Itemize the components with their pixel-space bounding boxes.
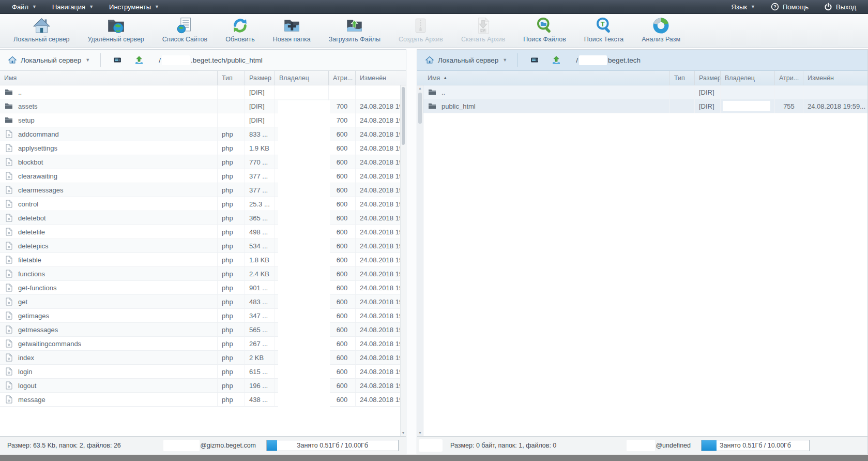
right-scrollbar[interactable]: ▲ ▼ — [417, 85, 423, 436]
table-row[interactable]: .. [DIR] — [423, 85, 867, 99]
right-current-path[interactable]: / beget.tech — [576, 55, 641, 65]
file-type — [669, 99, 694, 113]
table-row[interactable]: addcommand php 833 ... 600 24.08.2018 19… — [0, 127, 406, 141]
table-row[interactable]: clearmessages php 377 ... 600 24.08.2018… — [0, 183, 406, 197]
toolbar-button[interactable]: Новая папка — [271, 16, 313, 43]
table-row[interactable]: deletefile php 498 ... 600 24.08.2018 19… — [0, 225, 406, 239]
table-row[interactable]: getwaitingcommands php 267 ... 600 24.08… — [0, 337, 406, 351]
table-row[interactable]: getimages php 347 ... 600 24.08.2018 19:… — [0, 309, 406, 323]
table-row[interactable]: getmessages php 565 ... 600 24.08.2018 1… — [0, 323, 406, 337]
right-server-selector[interactable]: Локальный сервер ▼ — [422, 54, 510, 66]
menu-help[interactable]: Помощь — [763, 3, 816, 11]
toolbar-button[interactable]: Поиск Текста — [582, 16, 626, 43]
file-attrs: 600 — [328, 393, 355, 406]
toolbar-button[interactable]: Удалённый сервер — [86, 16, 146, 43]
table-row[interactable]: setup [DIR] 700 24.08.2018 19:59... — [0, 113, 406, 127]
scrollbar-thumb[interactable] — [418, 93, 422, 124]
column-header-modified[interactable]: Изменён — [355, 71, 406, 85]
path-prefix: / — [159, 56, 161, 64]
file-type: php — [217, 183, 245, 197]
file-size: 615 ... — [245, 365, 275, 378]
home-icon — [425, 56, 434, 64]
file-modified: 24.08.2018 19:59... — [355, 141, 406, 155]
table-row[interactable]: index php 2 KB 600 24.08.2018 19:59... — [0, 351, 406, 365]
table-row[interactable]: clearawaiting php 377 ... 600 24.08.2018… — [0, 169, 406, 183]
scroll-down-icon[interactable]: ▼ — [417, 430, 423, 436]
drive-button[interactable] — [529, 55, 540, 65]
drive-button[interactable] — [112, 55, 123, 65]
toolbar-button-label: Скачать Архив — [461, 36, 505, 43]
file-modified: 24.08.2018 19:59... — [355, 267, 406, 280]
table-row[interactable]: deletepics php 534 ... 600 24.08.2018 19… — [0, 239, 406, 253]
file-size: 770 ... — [245, 155, 275, 169]
column-header-size[interactable]: Размер — [245, 71, 275, 85]
toolbar-button[interactable]: Обновить — [223, 16, 257, 43]
left-server-selector[interactable]: Локальный сервер ▼ — [5, 54, 93, 66]
file-name: getwaitingcommands — [18, 340, 81, 348]
column-header-attrs[interactable]: Атри... — [328, 71, 355, 85]
table-row[interactable]: message php 438 ... 600 24.08.2018 19:59… — [0, 393, 406, 407]
column-header-attrs[interactable]: Атри... — [774, 71, 803, 85]
toolbar-button[interactable]: Загрузить Файлы — [327, 16, 383, 43]
file-modified: 24.08.2018 19:59... — [355, 169, 406, 183]
scroll-down-icon[interactable]: ▼ — [401, 430, 406, 436]
menu-language[interactable]: Язык ▼ — [724, 3, 763, 11]
redaction-box — [627, 440, 655, 451]
toolbar-button[interactable]: Создать Архив — [397, 16, 445, 43]
toolbar-button[interactable]: Локальный сервер — [11, 16, 72, 43]
table-row[interactable]: login php 615 ... 600 24.08.2018 19:59..… — [0, 365, 406, 379]
column-header-size[interactable]: Размер — [694, 71, 720, 85]
table-row[interactable]: assets [DIR] 700 24.08.2018 19:59... — [0, 99, 406, 113]
scroll-up-icon[interactable]: ▲ — [417, 85, 423, 92]
toolbar-button[interactable]: Поиск Файлов — [521, 16, 568, 43]
file-attrs: 600 — [328, 351, 355, 364]
file-type: php — [217, 197, 245, 211]
left-current-path[interactable]: / .beget.tech/public_html — [159, 55, 263, 65]
toolbar-button-label: Поиск Текста — [584, 36, 623, 43]
file-type: php — [217, 309, 245, 322]
toolbar-icon — [107, 17, 125, 35]
table-row[interactable]: filetable php 1.8 KB 600 24.08.2018 19:5… — [0, 253, 406, 267]
menu-tools[interactable]: Инструменты ▼ — [101, 0, 167, 13]
menu-exit[interactable]: Выход — [816, 3, 864, 11]
file-icon — [5, 172, 13, 180]
table-row[interactable]: blockbot php 770 ... 600 24.08.2018 19:5… — [0, 155, 406, 169]
menu-exit-label: Выход — [836, 3, 856, 11]
toolbar-button[interactable]: Список Сайтов — [160, 16, 209, 43]
table-row[interactable]: control php 25.3 ... 600 24.08.2018 19:5… — [0, 197, 406, 211]
column-header-owner[interactable]: Владелец — [275, 71, 328, 85]
column-header-owner[interactable]: Владелец — [720, 71, 774, 85]
folder-icon — [5, 102, 13, 110]
go-up-button[interactable] — [133, 55, 145, 65]
left-scrollbar[interactable]: ▲ ▼ — [400, 85, 406, 436]
table-row[interactable]: deletebot php 365 ... 600 24.08.2018 19:… — [0, 211, 406, 225]
table-row[interactable]: get-functions php 901 ... 600 24.08.2018… — [0, 281, 406, 295]
menu-file[interactable]: Файл ▼ — [4, 0, 44, 13]
path-prefix: / — [576, 56, 578, 64]
scrollbar-thumb[interactable] — [402, 87, 405, 145]
table-row[interactable]: functions php 2.4 KB 600 24.08.2018 19:5… — [0, 267, 406, 281]
column-header-name[interactable]: Имя ▲ — [423, 71, 669, 85]
menu-navigation[interactable]: Навигация ▼ — [44, 0, 101, 13]
file-size: 2 KB — [245, 351, 275, 364]
file-name: logout — [18, 382, 36, 390]
right-status-bar: Размер: 0 байт, папок: 1, файлов: 0 @und… — [417, 436, 867, 454]
toolbar-button[interactable]: Анализ Разм — [639, 16, 682, 43]
table-row[interactable]: public_html [DIR] 755 24.08.2018 19:59..… — [423, 99, 867, 113]
up-arrow-icon — [135, 56, 143, 64]
column-header-type[interactable]: Тип — [669, 71, 694, 85]
column-header-type[interactable]: Тип — [217, 71, 245, 85]
go-up-button[interactable] — [551, 55, 562, 65]
toolbar-button[interactable]: Скачать Архив — [459, 16, 507, 43]
file-icon — [5, 214, 13, 222]
left-status-summary: Размер: 63.5 Kb, папок: 2, файлов: 26 — [7, 442, 121, 449]
column-header-name[interactable]: Имя — [0, 71, 217, 85]
file-type: php — [217, 253, 245, 266]
table-row[interactable]: applysettings php 1.9 KB 600 24.08.2018 … — [0, 141, 406, 155]
column-header-modified[interactable]: Изменён — [803, 71, 867, 85]
file-attrs: 600 — [328, 155, 355, 169]
file-attrs: 600 — [328, 169, 355, 183]
table-row[interactable]: logout php 196 ... 600 24.08.2018 19:59.… — [0, 379, 406, 393]
table-row[interactable]: get php 483 ... 600 24.08.2018 19:59... — [0, 295, 406, 309]
table-row[interactable]: .. [DIR] — [0, 85, 406, 99]
